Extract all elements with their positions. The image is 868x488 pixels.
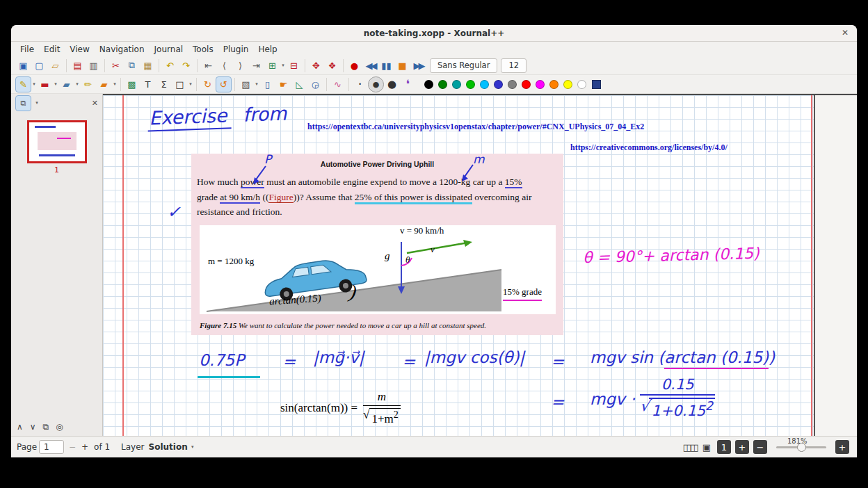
undo-icon[interactable]: ↶ <box>163 58 177 73</box>
highlighter-tool-icon[interactable]: ▰ <box>59 77 74 92</box>
chevron-down-icon[interactable]: ▾ <box>74 81 80 87</box>
shape-tool-icon[interactable]: □ <box>172 77 187 92</box>
print-icon[interactable]: ▥ <box>86 58 101 73</box>
titlebar[interactable]: note-taking.xopp - Xournal++ ✕ <box>11 25 857 42</box>
redo-icon[interactable]: ↷ <box>179 58 193 73</box>
math-tex-tool-icon[interactable]: Σ <box>156 77 171 92</box>
text-tool-icon[interactable]: T <box>140 77 155 92</box>
chevron-down-icon[interactable]: ▾ <box>254 81 259 87</box>
menu-tools[interactable]: Tools <box>188 44 218 55</box>
page-increment-button[interactable]: + <box>79 440 91 454</box>
rotate-cw-icon[interactable]: ↻ <box>200 77 215 92</box>
menu-plugin[interactable]: Plugin <box>218 44 254 55</box>
chevron-down-icon[interactable]: ▾ <box>190 444 195 450</box>
color-light-blue[interactable] <box>480 80 489 89</box>
font-size-button[interactable]: 12 <box>501 58 527 73</box>
save-as-icon[interactable]: ▢ <box>32 58 47 73</box>
shape-recognizer-icon[interactable]: ◺ <box>292 77 307 92</box>
color-black[interactable] <box>424 80 433 89</box>
move-down-icon[interactable]: ∨ <box>30 422 36 432</box>
chevron-down-icon[interactable]: ▾ <box>34 100 40 106</box>
menu-navigation[interactable]: Navigation <box>95 44 150 55</box>
previous-page-icon[interactable]: ⟨ <box>217 58 232 73</box>
fit-page-button[interactable]: 1 <box>717 440 731 454</box>
color-light-green[interactable] <box>466 80 475 89</box>
presentation-mode-icon[interactable]: ▣ <box>699 440 714 454</box>
zoom-fit-icon[interactable]: ❖ <box>325 58 339 73</box>
vertical-space-icon[interactable]: ▯ <box>260 77 275 92</box>
pen-tool-icon[interactable]: ✎ <box>16 77 31 92</box>
select-region-icon[interactable]: ▧ <box>239 77 253 92</box>
layer-select-value[interactable]: Solution <box>149 442 188 452</box>
forward-icon[interactable]: ▶▶ <box>411 58 426 73</box>
color-yellow[interactable] <box>563 80 572 89</box>
page-thumbnail[interactable] <box>27 120 87 163</box>
move-up-icon[interactable]: ∧ <box>17 422 23 432</box>
chevron-down-icon[interactable]: ▾ <box>112 81 118 87</box>
paste-icon[interactable]: ▦ <box>140 58 155 73</box>
chevron-down-icon[interactable]: ▾ <box>31 81 37 87</box>
menu-view[interactable]: View <box>65 44 94 55</box>
menu-help[interactable]: Help <box>253 44 282 55</box>
stop-icon[interactable]: ■ <box>395 58 410 73</box>
latex-numerator: m <box>371 390 393 404</box>
zoom-fit-button[interactable]: + <box>735 440 749 454</box>
target-page-icon[interactable]: ◎ <box>56 422 63 432</box>
menu-file[interactable]: File <box>15 44 39 55</box>
sidebar-close-icon[interactable]: ✕ <box>92 99 98 108</box>
menu-edit[interactable]: Edit <box>39 44 65 55</box>
color-magenta[interactable] <box>536 80 545 89</box>
last-page-icon[interactable]: ⇥ <box>249 58 264 73</box>
hand-tool-icon[interactable]: ☛ <box>276 77 291 92</box>
record-audio-icon[interactable]: ● <box>347 58 362 73</box>
next-page-icon[interactable]: ⟩ <box>233 58 248 73</box>
spline-tool-icon[interactable]: ∿ <box>330 77 345 92</box>
zoom-out-button[interactable]: − <box>753 440 767 454</box>
rotate-ccw-icon[interactable]: ↺ <box>216 77 231 92</box>
fill-tool-icon[interactable]: ❛ <box>401 77 415 92</box>
zoom-in-button[interactable]: + <box>835 440 849 454</box>
first-page-icon[interactable]: ⇤ <box>201 58 216 73</box>
thickness-medium-icon[interactable]: ● <box>369 77 383 92</box>
color-orange[interactable] <box>549 80 558 89</box>
eraser-tool-icon[interactable]: ▬ <box>38 77 52 92</box>
zoom-slider[interactable] <box>776 446 826 448</box>
zoom-slider-handle[interactable] <box>797 443 806 452</box>
marker-tool-icon[interactable]: ▰ <box>97 77 111 92</box>
color-picker-swatch[interactable] <box>592 80 601 89</box>
menu-journal[interactable]: Journal <box>150 44 188 55</box>
delete-page-icon[interactable]: ⊟ <box>287 58 301 73</box>
thickness-fine-icon[interactable]: • <box>353 77 367 92</box>
color-blue[interactable] <box>494 80 503 89</box>
thickness-thick-icon[interactable]: ● <box>385 77 399 92</box>
save-icon[interactable]: ▣ <box>16 58 31 73</box>
color-red[interactable] <box>522 80 531 89</box>
duplicate-page-icon[interactable]: ⧉ <box>43 422 49 432</box>
cut-icon[interactable]: ✂ <box>108 58 123 73</box>
copy-icon[interactable]: ⧉ <box>124 58 139 73</box>
chevron-down-icon[interactable]: ▾ <box>280 63 286 68</box>
font-name-button[interactable]: Sans Regular <box>430 58 497 73</box>
preview-pane-icon[interactable]: ⧉ <box>16 96 31 111</box>
rewind-icon[interactable]: ◀◀ <box>363 58 378 73</box>
chevron-down-icon[interactable]: ▾ <box>53 81 58 87</box>
color-white[interactable] <box>577 80 586 89</box>
color-green[interactable] <box>438 80 447 89</box>
drawing-canvas[interactable]: Exercise from https://opentextbc.ca/univ… <box>103 94 857 436</box>
chevron-down-icon[interactable]: ▾ <box>188 81 193 87</box>
color-teal[interactable] <box>452 80 461 89</box>
pencil-tool-icon[interactable]: ✏ <box>81 77 95 92</box>
page-decrement-button[interactable]: − <box>66 440 79 454</box>
image-tool-icon[interactable]: ▩ <box>124 77 139 92</box>
dual-page-view-icon[interactable]: ◫◫ <box>682 440 698 454</box>
solution-term-cos: |mgv cos(θ)| <box>424 348 524 366</box>
new-page-icon[interactable]: ⊞ <box>265 58 280 73</box>
window-close-button[interactable]: ✕ <box>842 28 849 38</box>
compass-tool-icon[interactable]: ◶ <box>308 77 323 92</box>
color-gray[interactable] <box>508 80 517 89</box>
open-folder-icon[interactable]: ▱ <box>48 58 63 73</box>
export-pdf-icon[interactable]: ▤ <box>70 58 85 73</box>
pause-icon[interactable]: ▮▮ <box>379 58 394 73</box>
fullscreen-icon[interactable]: ✥ <box>309 58 323 73</box>
page-number-input[interactable]: 1 <box>39 440 64 454</box>
